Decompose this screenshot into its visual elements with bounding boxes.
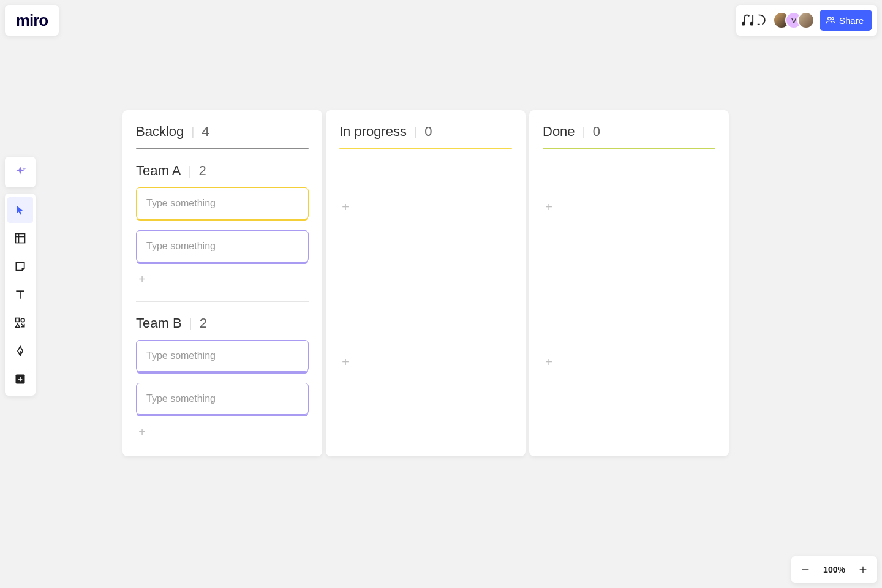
card-placeholder: Type something bbox=[146, 241, 216, 252]
left-toolbar bbox=[5, 157, 36, 396]
card-placeholder: Type something bbox=[146, 198, 216, 209]
add-card-button[interactable]: + bbox=[543, 201, 555, 213]
column-count: 0 bbox=[593, 124, 600, 140]
kanban-card[interactable]: Type something bbox=[136, 230, 309, 262]
zoom-in-button[interactable] bbox=[855, 562, 871, 578]
svg-rect-4 bbox=[16, 234, 25, 243]
swimlane-divider bbox=[543, 304, 715, 304]
sticky-note-icon bbox=[14, 260, 26, 273]
column-title: Backlog bbox=[136, 124, 184, 140]
swimlane-name: Team A bbox=[136, 163, 181, 179]
column-done[interactable]: Done | 0 + + bbox=[529, 110, 729, 456]
shapes-tool[interactable] bbox=[7, 310, 33, 336]
plus-icon bbox=[858, 565, 868, 575]
column-header: Backlog | 4 bbox=[136, 124, 309, 148]
card-placeholder: Type something bbox=[146, 393, 216, 404]
zoom-toolbar: 100% bbox=[791, 556, 877, 583]
column-title: In progress bbox=[339, 124, 407, 140]
column-count: 4 bbox=[202, 124, 209, 140]
column-rule bbox=[339, 148, 512, 149]
swimlane-header: Team B | 2 bbox=[136, 315, 309, 331]
kanban-card[interactable]: Type something bbox=[136, 383, 309, 415]
column-count: 0 bbox=[424, 124, 432, 140]
ai-sparkle-button[interactable] bbox=[5, 157, 36, 187]
svg-point-2 bbox=[828, 17, 831, 20]
people-icon bbox=[826, 15, 835, 25]
avatar[interactable] bbox=[797, 12, 815, 29]
zoom-out-button[interactable] bbox=[797, 562, 813, 578]
cursor-icon bbox=[14, 204, 26, 216]
share-label: Share bbox=[839, 15, 864, 26]
presence-avatars[interactable]: V bbox=[773, 12, 815, 29]
minus-icon bbox=[801, 565, 810, 575]
column-backlog[interactable]: Backlog | 4 Team A | 2 Type something Ty… bbox=[123, 110, 322, 456]
sticky-note-tool[interactable] bbox=[7, 254, 33, 279]
logo-badge[interactable]: miro bbox=[5, 5, 59, 36]
pen-icon bbox=[14, 345, 26, 357]
add-card-button[interactable]: + bbox=[339, 201, 352, 213]
svg-point-3 bbox=[832, 18, 834, 20]
select-tool[interactable] bbox=[7, 197, 33, 223]
add-card-button[interactable]: + bbox=[543, 356, 555, 368]
column-in-progress[interactable]: In progress | 0 + + bbox=[326, 110, 526, 456]
tool-strip bbox=[5, 194, 36, 396]
share-button[interactable]: Share bbox=[820, 10, 872, 31]
column-title: Done bbox=[543, 124, 575, 140]
svg-point-1 bbox=[750, 22, 753, 26]
frame-icon bbox=[14, 232, 26, 244]
swimlane-divider bbox=[136, 301, 309, 302]
swimlane-count: 2 bbox=[200, 315, 207, 331]
shapes-icon bbox=[14, 317, 26, 329]
music-notes-icon[interactable] bbox=[741, 10, 768, 31]
swimlane-divider bbox=[339, 304, 512, 304]
svg-point-0 bbox=[742, 22, 745, 26]
svg-rect-9 bbox=[16, 318, 20, 322]
card-placeholder: Type something bbox=[146, 350, 216, 361]
zoom-percent[interactable]: 100% bbox=[822, 565, 846, 575]
kanban-card[interactable]: Type something bbox=[136, 340, 309, 372]
kanban-board[interactable]: Backlog | 4 Team A | 2 Type something Ty… bbox=[123, 110, 729, 456]
pen-tool[interactable] bbox=[7, 338, 33, 364]
frame-tool[interactable] bbox=[7, 225, 33, 251]
kanban-card[interactable]: Type something bbox=[136, 187, 309, 219]
swimlane-name: Team B bbox=[136, 315, 182, 331]
add-card-button[interactable]: + bbox=[136, 273, 148, 285]
top-toolbar: V Share bbox=[736, 5, 877, 36]
add-tool[interactable] bbox=[7, 366, 33, 392]
plus-square-icon bbox=[14, 373, 26, 385]
svg-point-10 bbox=[21, 318, 24, 322]
add-card-button[interactable]: + bbox=[339, 356, 352, 368]
text-tool[interactable] bbox=[7, 282, 33, 307]
column-rule bbox=[136, 148, 309, 149]
logo-text: miro bbox=[16, 11, 48, 30]
swimlane-header: Team A | 2 bbox=[136, 163, 309, 179]
column-header: In progress | 0 bbox=[339, 124, 512, 148]
add-card-button[interactable]: + bbox=[136, 426, 148, 438]
column-rule bbox=[543, 148, 715, 149]
swimlane-count: 2 bbox=[199, 163, 206, 179]
sparkle-icon bbox=[13, 165, 27, 179]
column-header: Done | 0 bbox=[543, 124, 715, 148]
text-icon bbox=[14, 288, 26, 301]
